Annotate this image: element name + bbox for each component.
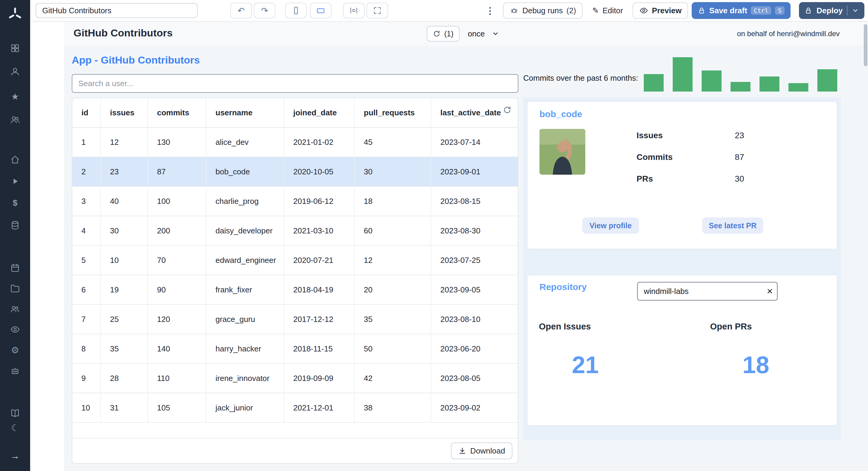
- deploy-button[interactable]: Deploy: [799, 2, 864, 19]
- chevron-down-icon: [492, 30, 499, 37]
- user-avatar: [539, 129, 585, 175]
- table-footer: Download: [72, 438, 518, 463]
- chart-bar: [702, 70, 721, 92]
- home-icon[interactable]: [8, 153, 22, 167]
- chart-bar: [644, 74, 664, 92]
- column-header: username: [206, 98, 284, 127]
- app-canvas: App - GitHub Contributors idissuescommit…: [64, 46, 868, 471]
- view-profile-button[interactable]: View profile: [582, 217, 639, 234]
- chart-label: Commits over the past 6 months:: [523, 73, 638, 83]
- eye-icon: [639, 6, 648, 15]
- repository-card-title: Repository: [539, 282, 587, 292]
- pencil-icon: ✎: [592, 6, 599, 15]
- device-toggle-group: [285, 3, 332, 19]
- clear-input-icon[interactable]: ×: [767, 284, 773, 298]
- undo-button[interactable]: ↶: [230, 3, 252, 19]
- column-header: id: [72, 98, 101, 127]
- table-empty-strip: [72, 423, 518, 438]
- debug-runs-label: Debug runs: [522, 6, 563, 15]
- star-icon[interactable]: ★: [8, 89, 22, 104]
- contributors-table: idissuescommitsusernamejoined_datepull_r…: [72, 98, 518, 464]
- search-input[interactable]: [72, 74, 518, 93]
- layout-tools-group: [343, 3, 388, 19]
- topbar: ↶ ↷ ⋮ Debug runs (2) ✎ Editor Preview Sa: [30, 0, 868, 22]
- chart-bar: [760, 76, 779, 92]
- save-draft-button[interactable]: Save draft Ctrl S: [692, 2, 790, 19]
- kbd-s: S: [775, 6, 784, 15]
- right-panel: bob_code Issues 23 Commits 87: [523, 98, 841, 440]
- groups-icon[interactable]: [8, 302, 22, 316]
- chevron-down-icon[interactable]: [852, 7, 859, 14]
- stat-label: Issues: [637, 131, 663, 140]
- lock-icon: [804, 7, 812, 14]
- user-card: bob_code Issues 23 Commits 87: [527, 101, 837, 249]
- user-icon[interactable]: [8, 64, 22, 79]
- table-row[interactable]: 51070edward_engineer2020-07-21122023-07-…: [72, 245, 518, 275]
- table-row[interactable]: 22387bob_code2020-10-05302023-09-01: [72, 157, 518, 187]
- more-menu-button[interactable]: ⋮: [483, 5, 497, 16]
- refresh-icon: [433, 30, 441, 38]
- stat-value: 30: [735, 174, 744, 184]
- dollar-icon[interactable]: $: [8, 196, 22, 210]
- table-row[interactable]: 928110irene_innovator2019-09-09422023-08…: [72, 364, 518, 393]
- table-row[interactable]: 61990frank_fixer2018-04-19202023-09-05: [72, 275, 518, 304]
- calendar-icon[interactable]: [8, 261, 22, 275]
- debug-runs-button[interactable]: Debug runs (2): [503, 2, 583, 19]
- column-header: joined_date: [284, 98, 354, 127]
- center-align-icon[interactable]: [343, 3, 365, 19]
- users-icon[interactable]: [8, 113, 22, 127]
- apps-grid-icon[interactable]: [8, 41, 22, 56]
- chart-bar: [673, 57, 692, 92]
- table-row[interactable]: 430200daisy_developer2021-03-10602023-08…: [72, 216, 518, 245]
- bug-icon: [510, 6, 519, 15]
- scrollbar-thumb[interactable]: [864, 24, 867, 66]
- main-area: GitHub Contributors (1) once on behalf o…: [64, 22, 868, 471]
- stat-label: Commits: [637, 153, 673, 162]
- table-row[interactable]: 112130alice_dev2021-01-02452023-07-14: [72, 127, 518, 157]
- open-issues-label: Open Issues: [539, 322, 591, 332]
- windmill-logo-icon[interactable]: [7, 7, 23, 22]
- kbd-ctrl: Ctrl: [751, 6, 771, 15]
- mobile-view-button[interactable]: [285, 3, 307, 19]
- table-row[interactable]: 1031105jack_junior2021-12-01382023-09-02: [72, 393, 518, 423]
- folder-icon[interactable]: [8, 281, 22, 296]
- redo-button[interactable]: ↷: [254, 3, 276, 19]
- desktop-view-button[interactable]: [310, 3, 332, 19]
- stat-value: 23: [735, 131, 744, 140]
- database-icon[interactable]: [8, 218, 22, 233]
- download-button[interactable]: Download: [451, 442, 513, 459]
- table-row[interactable]: 725120grace_guru2017-12-12352023-08-10: [72, 304, 518, 334]
- fullscreen-icon[interactable]: [367, 3, 388, 19]
- download-icon: [458, 447, 467, 455]
- app-refresh-button[interactable]: (1): [427, 26, 460, 41]
- page-title: GitHub Contributors: [73, 27, 173, 39]
- stat-value: 87: [735, 153, 744, 162]
- chart-bar: [731, 82, 750, 92]
- windmill-app-editor: ★ $ ⚙ ☾ → ↶ ↷ ⋮ Debug: [0, 0, 868, 471]
- preview-button[interactable]: Preview: [632, 2, 688, 19]
- sidebar: ★ $ ⚙ ☾ →: [0, 0, 30, 471]
- book-icon[interactable]: [8, 406, 22, 420]
- repository-card: Repository × Open Issues Open PRs 21 18: [527, 275, 837, 426]
- lock-icon: [698, 7, 706, 14]
- robot-icon[interactable]: [8, 364, 22, 378]
- column-header: pull_requests: [354, 98, 431, 127]
- table-row[interactable]: 835140harry_hacker2018-11-15502023-06-20: [72, 334, 518, 364]
- chart-bar: [788, 83, 808, 92]
- table-refresh-icon[interactable]: [501, 104, 513, 115]
- editor-button[interactable]: ✎ Editor: [587, 2, 628, 19]
- table-row[interactable]: 340100charlie_prog2019-06-12182023-08-15: [72, 187, 518, 216]
- expand-sidebar-icon[interactable]: →: [8, 449, 22, 463]
- play-icon[interactable]: [8, 174, 22, 189]
- on-behalf-text: on behalf of henri@windmill.dev: [737, 30, 840, 38]
- gear-icon[interactable]: ⚙: [8, 343, 22, 357]
- see-latest-pr-button[interactable]: See latest PR: [702, 217, 763, 234]
- debug-runs-count: (2): [567, 6, 576, 15]
- app-title-input[interactable]: [36, 3, 198, 18]
- moon-icon[interactable]: ☾: [8, 420, 22, 435]
- eye-icon[interactable]: [8, 322, 22, 337]
- schedule-select[interactable]: once: [468, 27, 499, 41]
- repository-input[interactable]: [637, 282, 778, 301]
- user-card-username: bob_code: [539, 109, 582, 119]
- chart-bar: [817, 69, 837, 92]
